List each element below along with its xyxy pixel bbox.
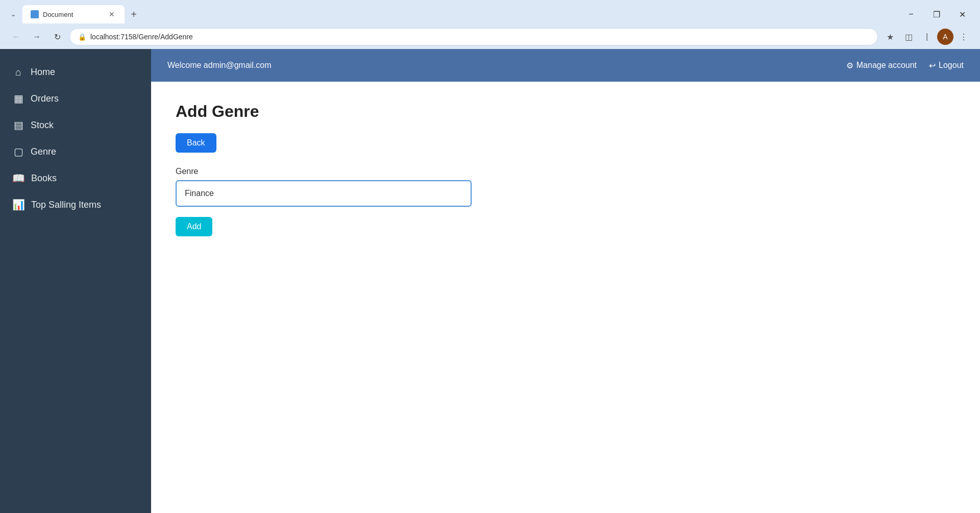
tab-bar: ⌄ Document ✕ + − ❐ ✕ [0, 0, 980, 25]
active-tab[interactable]: Document ✕ [22, 5, 125, 23]
menu-button[interactable]: ⋮ [955, 29, 972, 45]
manage-account-button[interactable]: ⚙ Manage account [846, 61, 917, 70]
tab-title: Document [43, 11, 73, 18]
extensions-button[interactable]: ◫ [900, 29, 917, 45]
logout-icon: ↩ [929, 61, 936, 70]
orders-icon: ▦ [12, 92, 24, 105]
genre-form-group: Genre [176, 167, 955, 207]
sidebar-item-orders[interactable]: ▦ Orders [0, 85, 151, 112]
sidebar-item-top-selling-label: Top Salling Items [31, 200, 101, 210]
security-icon: 🔒 [78, 33, 86, 41]
books-icon: 📖 [12, 172, 25, 184]
home-icon: ⌂ [12, 66, 24, 78]
close-button[interactable]: ✕ [950, 6, 974, 22]
navbar-right: ⚙ Manage account ↩ Logout [846, 61, 964, 70]
sidebar-item-books-label: Books [31, 173, 57, 184]
profile-avatar[interactable]: A [937, 29, 953, 45]
manage-account-label: Manage account [856, 61, 917, 70]
sidebar-item-genre[interactable]: ▢ Genre [0, 138, 151, 165]
genre-icon: ▢ [12, 145, 24, 158]
address-bar: ← → ↻ 🔒 localhost:7158/Genre/AddGenre ★ … [0, 25, 980, 49]
genre-label: Genre [176, 167, 955, 176]
main-content: Welcome admin@gmail.com ⚙ Manage account… [151, 49, 980, 513]
maximize-button[interactable]: ❐ [925, 6, 948, 22]
toolbar-icons: ★ ◫ | A ⋮ [882, 29, 972, 45]
back-button[interactable]: Back [176, 133, 216, 153]
tab-dropdown-button[interactable]: ⌄ [6, 7, 20, 21]
new-tab-button[interactable]: + [127, 7, 141, 21]
stock-icon: ▤ [12, 119, 24, 131]
add-button[interactable]: Add [176, 217, 212, 236]
window-controls: − ❐ ✕ [899, 6, 974, 22]
back-nav-button[interactable]: ← [8, 29, 24, 45]
page-title: Add Genre [176, 102, 955, 121]
reload-button[interactable]: ↻ [49, 29, 65, 45]
tab-close-button[interactable]: ✕ [107, 10, 116, 19]
logout-button[interactable]: ↩ Logout [929, 61, 964, 70]
content-area: Add Genre Back Genre Add [151, 82, 980, 513]
welcome-text: Welcome admin@gmail.com [167, 61, 272, 70]
forward-nav-button[interactable]: → [29, 29, 45, 45]
sidebar-item-top-selling[interactable]: 📊 Top Salling Items [0, 191, 151, 218]
top-selling-icon: 📊 [12, 199, 25, 211]
sidebar-item-home[interactable]: ⌂ Home [0, 59, 151, 85]
top-navbar: Welcome admin@gmail.com ⚙ Manage account… [151, 49, 980, 82]
sidebar-item-genre-label: Genre [31, 146, 56, 157]
tab-favicon [31, 10, 39, 18]
sidebar-item-stock-label: Stock [31, 120, 54, 131]
genre-input[interactable] [176, 180, 472, 207]
divider: | [919, 29, 935, 45]
logout-label: Logout [939, 61, 964, 70]
address-input[interactable]: 🔒 localhost:7158/Genre/AddGenre [69, 28, 878, 45]
sidebar-item-orders-label: Orders [31, 93, 59, 104]
bookmark-button[interactable]: ★ [882, 29, 898, 45]
sidebar-item-books[interactable]: 📖 Books [0, 165, 151, 191]
address-text: localhost:7158/Genre/AddGenre [90, 33, 869, 41]
sidebar: ⌂ Home ▦ Orders ▤ Stock ▢ Genre 📖 Books … [0, 49, 151, 513]
gear-icon: ⚙ [846, 61, 853, 70]
minimize-button[interactable]: − [899, 6, 923, 22]
sidebar-item-home-label: Home [31, 67, 55, 78]
app-container: ⌂ Home ▦ Orders ▤ Stock ▢ Genre 📖 Books … [0, 49, 980, 513]
sidebar-item-stock[interactable]: ▤ Stock [0, 112, 151, 138]
